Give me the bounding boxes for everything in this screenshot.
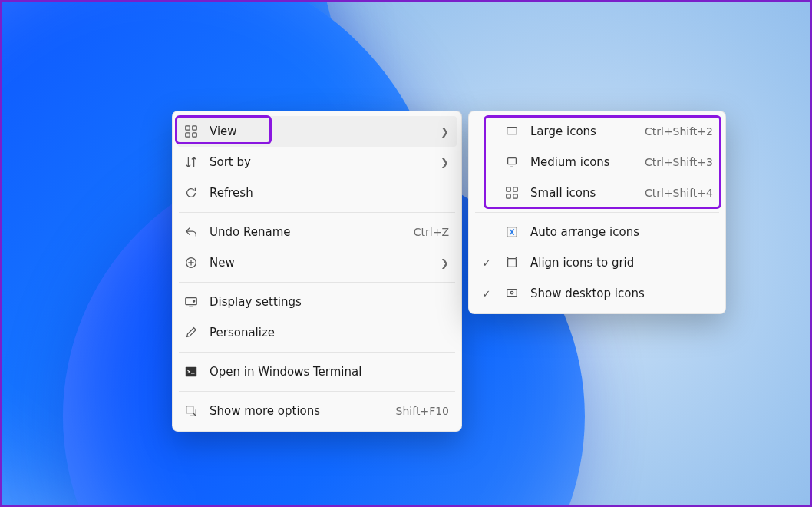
svg-rect-16: [508, 259, 517, 267]
desktop-icons-icon: [504, 286, 520, 301]
view-submenu: Large icons Ctrl+Shift+2 Medium icons Ct…: [468, 111, 726, 314]
svg-rect-10: [508, 158, 517, 164]
chevron-right-icon: ❯: [438, 126, 449, 138]
menu-label: Large icons: [530, 124, 634, 138]
menu-item-sort-by[interactable]: Sort by ❯: [177, 147, 457, 177]
menu-item-refresh[interactable]: Refresh: [177, 177, 457, 208]
display-settings-icon: [183, 294, 199, 310]
terminal-icon: [183, 364, 199, 379]
undo-icon: [183, 224, 199, 240]
submenu-item-small-icons[interactable]: Small icons Ctrl+Shift+4: [474, 177, 721, 208]
submenu-item-auto-arrange[interactable]: Auto arrange icons: [474, 217, 721, 247]
menu-item-personalize[interactable]: Personalize: [177, 317, 457, 348]
svg-point-6: [193, 300, 196, 303]
submenu-item-show-desktop-icons[interactable]: ✓ Show desktop icons: [474, 278, 721, 309]
grid-icon: [183, 124, 199, 139]
svg-rect-2: [186, 133, 190, 137]
svg-point-18: [510, 291, 513, 294]
check-icon: ✓: [480, 257, 493, 269]
svg-rect-9: [507, 128, 517, 134]
menu-label: View: [210, 124, 427, 138]
menu-label: Refresh: [210, 186, 449, 200]
menu-accelerator: Ctrl+Z: [414, 226, 449, 238]
menu-label: Small icons: [530, 186, 634, 200]
menu-item-display-settings[interactable]: Display settings: [177, 287, 457, 317]
sort-icon: [183, 154, 199, 170]
menu-accelerator: Shift+F10: [396, 405, 449, 417]
menu-label: Medium icons: [530, 155, 634, 169]
show-more-icon: [183, 403, 199, 419]
menu-item-view[interactable]: View ❯: [177, 116, 457, 147]
submenu-item-align-grid[interactable]: ✓ Align icons to grid: [474, 247, 721, 278]
menu-label: New: [210, 256, 427, 270]
menu-label: Personalize: [210, 326, 449, 340]
menu-accelerator: Ctrl+Shift+2: [645, 125, 713, 138]
svg-rect-0: [186, 126, 190, 130]
desktop-context-menu: View ❯ Sort by ❯ Refresh Undo Rename Ctr…: [172, 111, 462, 432]
menu-label: Align icons to grid: [530, 256, 713, 270]
svg-rect-8: [186, 406, 193, 413]
menu-separator: [179, 282, 455, 283]
menu-item-show-more[interactable]: Show more options Shift+F10: [177, 396, 457, 426]
svg-rect-3: [193, 133, 196, 137]
menu-separator: [475, 212, 719, 213]
check-icon: ✓: [480, 288, 493, 300]
auto-arrange-icon: [504, 224, 520, 240]
menu-label: Auto arrange icons: [530, 225, 713, 239]
submenu-item-medium-icons[interactable]: Medium icons Ctrl+Shift+3: [474, 147, 721, 177]
svg-rect-11: [507, 187, 510, 191]
menu-label: Show more options: [210, 404, 385, 418]
svg-rect-13: [507, 194, 510, 198]
chevron-right-icon: ❯: [438, 257, 449, 269]
small-icons-icon: [504, 185, 520, 200]
align-grid-icon: [504, 255, 520, 270]
menu-label: Display settings: [210, 295, 449, 309]
submenu-item-large-icons[interactable]: Large icons Ctrl+Shift+2: [474, 116, 721, 147]
menu-separator: [179, 352, 455, 353]
menu-item-undo[interactable]: Undo Rename Ctrl+Z: [177, 217, 457, 247]
menu-label: Open in Windows Terminal: [210, 365, 449, 379]
menu-item-terminal[interactable]: Open in Windows Terminal: [177, 356, 457, 387]
menu-accelerator: Ctrl+Shift+4: [645, 187, 713, 199]
refresh-icon: [183, 185, 199, 200]
svg-rect-17: [507, 290, 517, 297]
menu-separator: [179, 212, 455, 213]
chevron-right-icon: ❯: [438, 157, 449, 168]
large-icons-icon: [504, 124, 520, 139]
menu-item-new[interactable]: New ❯: [177, 247, 457, 278]
menu-separator: [179, 391, 455, 392]
svg-rect-7: [186, 367, 196, 377]
menu-accelerator: Ctrl+Shift+3: [645, 156, 713, 168]
svg-rect-14: [513, 194, 517, 198]
svg-rect-12: [513, 187, 517, 191]
medium-icons-icon: [504, 154, 520, 170]
menu-label: Undo Rename: [210, 225, 403, 239]
menu-label: Show desktop icons: [530, 287, 713, 300]
plus-circle-icon: [183, 255, 199, 270]
svg-rect-1: [193, 126, 196, 130]
menu-label: Sort by: [210, 155, 427, 169]
brush-icon: [183, 325, 199, 340]
